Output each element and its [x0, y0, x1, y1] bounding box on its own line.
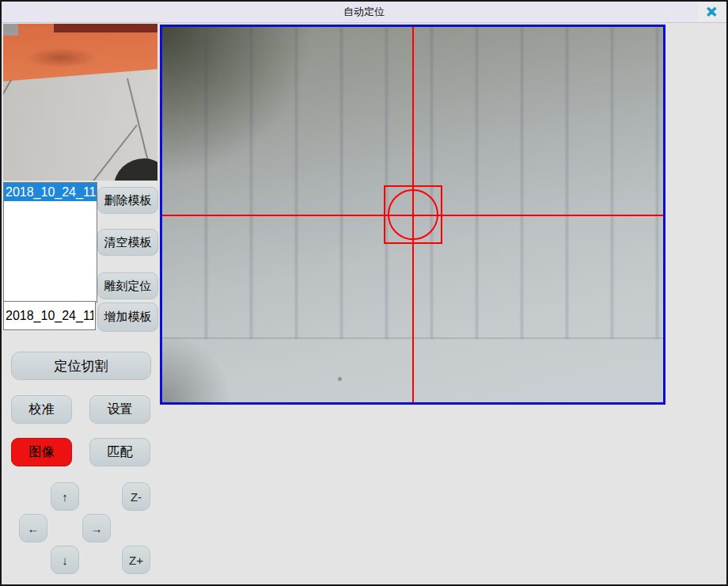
thumbnail-shadow-smudge — [25, 48, 97, 68]
camera-live-view — [160, 25, 665, 405]
jog-z-minus-button[interactable]: Z- — [122, 482, 150, 511]
jog-left-button[interactable]: ← — [19, 514, 47, 542]
jog-down-button[interactable]: ↓ — [51, 546, 79, 574]
thumbnail-gray-patch — [3, 24, 18, 36]
locate-cut-button[interactable]: 定位切割 — [11, 352, 151, 380]
clear-templates-button[interactable]: 清空模板 — [97, 229, 158, 256]
match-button[interactable]: 匹配 — [89, 438, 150, 466]
jog-z-plus-button[interactable]: Z+ — [122, 546, 150, 574]
template-list-item[interactable]: 2018_10_24_11 — [4, 183, 97, 201]
close-icon[interactable]: ✕ — [698, 2, 725, 21]
wall-speck — [338, 377, 342, 381]
image-button[interactable]: 图像 — [11, 438, 72, 466]
auto-locate-dialog: 自动定位 ✕ 2018_10_24_11 删除模板 清空模板 雕刻定位 增加模板… — [0, 0, 728, 586]
thumbnail-top-stripe — [54, 24, 157, 32]
template-list[interactable]: 2018_10_24_11 — [3, 182, 97, 303]
jog-up-button[interactable]: ↑ — [51, 482, 79, 511]
calibrate-button[interactable]: 校准 — [11, 395, 72, 424]
template-thumbnail — [3, 24, 157, 181]
template-name-field[interactable] — [3, 301, 96, 330]
settings-button[interactable]: 设置 — [89, 395, 150, 424]
jog-right-button[interactable]: → — [82, 514, 111, 542]
delete-template-button[interactable]: 删除模板 — [97, 187, 158, 214]
add-template-button[interactable]: 增加模板 — [97, 303, 158, 332]
thumbnail-dark-object — [114, 158, 157, 181]
engrave-locate-button[interactable]: 雕刻定位 — [97, 272, 158, 299]
tile-grout-line — [3, 80, 12, 104]
page-title: 自动定位 — [343, 5, 385, 19]
match-region-circle — [388, 189, 438, 240]
title-bar: 自动定位 ✕ — [2, 2, 726, 23]
